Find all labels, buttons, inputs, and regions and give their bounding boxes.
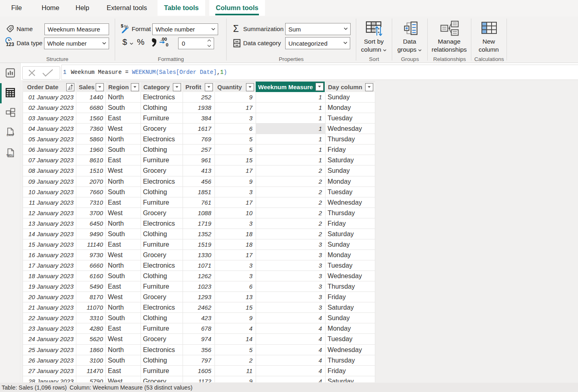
svg-text:DAX: DAX	[7, 134, 13, 136]
svg-text:123: 123	[6, 42, 14, 47]
svg-text:TMDL: TMDL	[6, 154, 13, 157]
svg-text:$: $	[121, 23, 124, 28]
svg-text:.00: .00	[161, 37, 167, 42]
svg-text:0: 0	[166, 42, 168, 47]
